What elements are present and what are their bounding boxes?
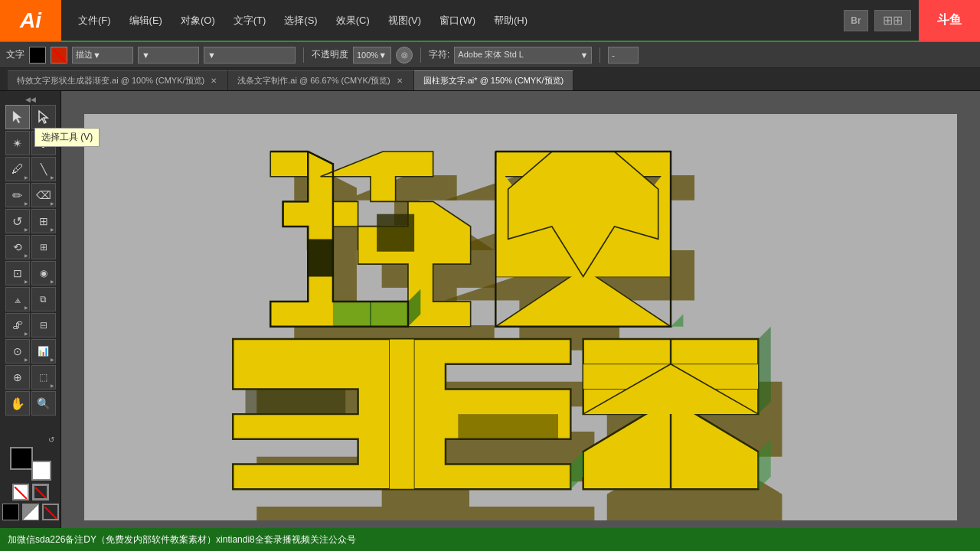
menu-items: 文件(F) 编辑(E) 对象(O) 文字(T) 选择(S) 效果(C) 视图(V… <box>61 0 844 41</box>
line-tool-btn[interactable]: ╲ ▶ <box>31 157 56 181</box>
tab-0-label: 特效文字形状生成器渐变.ai @ 100% (CMYK/预览) <box>17 75 204 86</box>
blend-tool-icon: ⊙ <box>13 345 22 357</box>
slice-tool-btn[interactable]: ⬚ ▶ <box>31 365 56 390</box>
tab-0-close[interactable]: ✕ <box>209 77 218 86</box>
mesh-tool-icon: ⊞ <box>40 242 47 253</box>
chart-tool-btn[interactable]: 📊 ▶ <box>31 339 56 364</box>
tool-row-7: ⊡ ▶ ◉ ▶ <box>0 261 60 285</box>
svg-rect-5 <box>246 389 346 414</box>
stroke-none-swatch[interactable] <box>32 484 49 500</box>
line-tool-icon: ╲ <box>41 163 47 175</box>
color-area: ↺ <box>0 435 60 528</box>
eraser-tool-btn[interactable]: ⌫ ▶ <box>31 183 56 207</box>
stroke-options-dropdown[interactable]: ▼ <box>204 47 296 64</box>
tab-bar: 特效文字形状生成器渐变.ai @ 100% (CMYK/预览) ✕ 浅条文字制作… <box>0 68 980 91</box>
tool-row-3: 🖊 ▶ ╲ ▶ <box>0 157 60 181</box>
hand-tool-btn[interactable]: ✋ <box>5 391 30 416</box>
transform-tool-icon: ⊞ <box>39 215 48 227</box>
opacity-text: 100% <box>357 51 378 60</box>
perspective-tool-btn[interactable]: ⟁ ▶ <box>5 287 30 311</box>
svg-line-0 <box>53 49 67 63</box>
menu-select[interactable]: 选择(S) <box>275 0 326 41</box>
menu-view[interactable]: 视图(V) <box>379 0 430 41</box>
artboard <box>84 114 957 520</box>
perspective-tool-icon: ⟁ <box>15 293 21 305</box>
separator-2 <box>420 47 421 63</box>
fill-color-swatch[interactable] <box>29 47 46 64</box>
measure-icon: ⊟ <box>40 320 47 331</box>
stroke-style-dropdown[interactable]: ▼ <box>138 47 199 64</box>
color-mode-swatch[interactable] <box>2 504 19 520</box>
font-name-text: Adobe 宋体 Std L <box>458 49 524 60</box>
fill-none-swatch[interactable] <box>12 484 29 500</box>
tool-row-5: ↺ ▶ ⊞ ▶ <box>0 209 60 233</box>
artwork-svg <box>84 114 957 520</box>
foreground-color-swatch[interactable] <box>10 447 33 470</box>
transform-tool-btn[interactable]: ⊞ ▶ <box>31 209 56 233</box>
rotate-tool-btn[interactable]: ↺ ▶ <box>5 209 30 233</box>
font-size-box[interactable]: - <box>608 47 639 64</box>
stroke-label: 描边 <box>76 49 93 60</box>
menu-help[interactable]: 帮助(H) <box>485 0 537 41</box>
font-size-text: - <box>612 51 615 60</box>
tab-1-close[interactable]: ✕ <box>395 77 404 86</box>
menu-file[interactable]: 文件(F) <box>69 0 120 41</box>
panel-collapse-btn[interactable]: ◀◀ <box>0 94 60 105</box>
tool-row-9: 🖇 ▶ ⊟ <box>0 313 60 337</box>
shape-builder-btn[interactable]: ⊡ ▶ <box>5 261 30 285</box>
hand-tool-icon: ✋ <box>10 396 25 411</box>
eraser-tool-icon: ⌫ <box>36 189 51 201</box>
measure-btn[interactable]: ⊟ <box>31 313 56 337</box>
arrange-button[interactable]: ⊞⊞ <box>874 10 911 31</box>
stroke-weight-dropdown[interactable]: 描边 ▼ <box>72 47 133 64</box>
selection-tool-btn[interactable] <box>5 105 30 129</box>
bridge-button[interactable]: Br <box>844 10 868 31</box>
live-paint-btn[interactable]: ◉ ▶ <box>31 261 56 285</box>
text-tool-btn[interactable]: T <box>31 131 56 155</box>
status-text: 加微信sda226备注DY（免费发内部软件教案素材）xintiandi8全套录播… <box>8 533 356 546</box>
slice-tool-icon: ⬚ <box>39 372 47 383</box>
menu-object[interactable]: 对象(O) <box>172 0 224 41</box>
canvas-area <box>61 91 980 528</box>
mesh-tool-btn[interactable]: ⊞ <box>31 235 56 259</box>
font-family-dropdown[interactable]: Adobe 宋体 Std L ▼ <box>454 47 592 64</box>
reset-colors-btn[interactable]: ↺ <box>48 435 54 444</box>
gradient-mode-swatch[interactable] <box>22 504 39 520</box>
tool-row-11: ⊕ ⬚ ▶ <box>0 365 60 390</box>
menu-effect[interactable]: 效果(C) <box>327 0 379 41</box>
status-bar: 加微信sda226备注DY（免费发内部软件教案素材）xintiandi8全套录播… <box>0 528 980 551</box>
magic-wand-btn[interactable]: ✴ <box>5 131 30 155</box>
tab-1[interactable]: 浅条文字制作.ai @ 66.67% (CMYK/预览) ✕ <box>228 70 413 90</box>
opacity-value[interactable]: 100% ▼ <box>353 47 391 64</box>
top-right-icons: Br ⊞⊞ <box>844 10 919 31</box>
live-paint-icon: ◉ <box>40 268 47 279</box>
artboard-tool-btn[interactable]: ⊕ <box>5 365 30 390</box>
tab-0[interactable]: 特效文字形状生成器渐变.ai @ 100% (CMYK/预览) ✕ <box>8 70 228 90</box>
none-swatches <box>12 484 49 500</box>
menu-window[interactable]: 窗口(W) <box>430 0 485 41</box>
svg-rect-6 <box>458 414 558 439</box>
warp-tool-btn[interactable]: ⟲ ▶ <box>5 235 30 259</box>
warp-tool-icon: ⟲ <box>13 241 22 253</box>
perspective-grid-btn[interactable]: ⧉ <box>31 287 56 311</box>
pencil-tool-icon: ✏ <box>12 188 22 203</box>
blend-tool-btn[interactable]: ⊙ ▶ <box>5 339 30 364</box>
fg-bg-swatches <box>10 447 51 481</box>
douyu-logo: 斗鱼 <box>919 0 980 41</box>
direct-selection-tool-btn[interactable] <box>31 105 56 129</box>
zoom-tool-btn[interactable]: 🔍 <box>31 391 56 416</box>
menu-text[interactable]: 文字(T) <box>224 0 276 41</box>
tab-2[interactable]: 圆柱形文字.ai* @ 150% (CMYK/预览) <box>414 70 574 90</box>
pen-tool-btn[interactable]: 🖊 ▶ <box>5 157 30 181</box>
none-mode-swatch[interactable] <box>42 504 59 520</box>
background-color-swatch[interactable] <box>31 461 51 481</box>
appearance-button[interactable]: ◎ <box>396 47 413 64</box>
pencil-tool-btn[interactable]: ✏ ▶ <box>5 183 30 207</box>
stroke-color-swatch[interactable] <box>51 47 67 64</box>
tool-row-2: ✴ T <box>0 131 60 155</box>
tool-row-1 <box>0 105 60 129</box>
menu-edit[interactable]: 编辑(E) <box>120 0 172 41</box>
chart-tool-icon: 📊 <box>38 346 49 357</box>
eyedropper-btn[interactable]: 🖇 ▶ <box>5 313 30 337</box>
magic-wand-icon: ✴ <box>12 136 22 151</box>
